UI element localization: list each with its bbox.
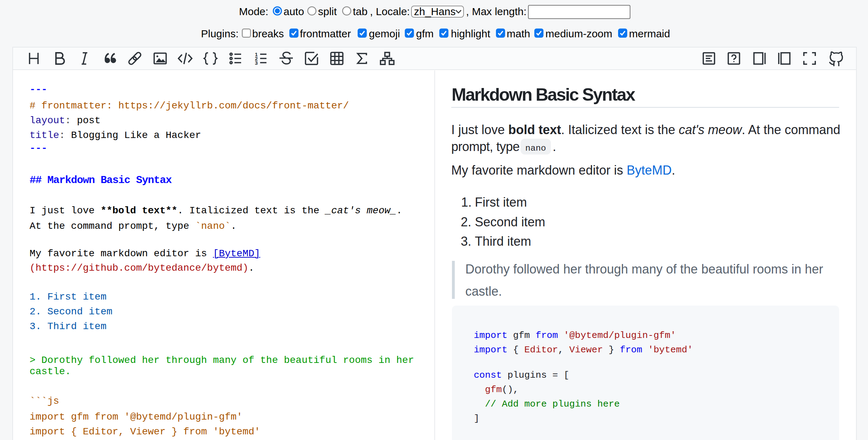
svg-text:3: 3 bbox=[255, 60, 258, 66]
